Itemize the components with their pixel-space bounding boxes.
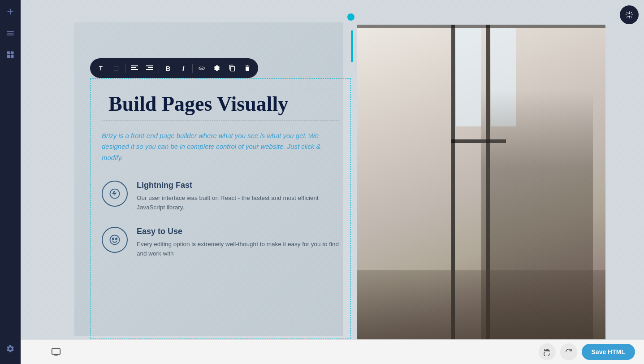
feature-1-title: Lightning Fast — [137, 181, 339, 190]
right-image-panel — [357, 25, 605, 339]
svg-rect-17 — [52, 349, 60, 355]
text-format-btn[interactable]: T — [94, 61, 108, 75]
add-icon[interactable] — [4, 5, 17, 18]
settings-options-btn[interactable] — [210, 61, 224, 75]
feature-2-desc: Every editing option is extremely well-t… — [137, 240, 339, 259]
feature-2-text: Easy to Use Every editing option is extr… — [137, 227, 339, 259]
undo-btn[interactable] — [539, 343, 556, 360]
content-container: Build Pages Visually Brizy is a front-en… — [90, 78, 351, 338]
settings-icon[interactable] — [4, 342, 17, 355]
global-settings-btn[interactable] — [620, 5, 639, 24]
svg-rect-3 — [11, 55, 14, 58]
layers-icon[interactable] — [4, 27, 17, 39]
bold-btn[interactable]: B — [161, 61, 175, 75]
preview-btn[interactable] — [48, 343, 65, 360]
window-top — [357, 25, 605, 28]
svg-point-13 — [112, 238, 114, 240]
delete-btn[interactable] — [240, 61, 255, 75]
italic-btn[interactable]: I — [176, 61, 190, 75]
svg-point-16 — [628, 16, 630, 17]
formatting-toolbar: T □ B I — [90, 58, 258, 78]
toolbar-divider-3 — [192, 64, 193, 73]
window-light-1 — [456, 28, 481, 126]
svg-point-14 — [116, 238, 117, 240]
svg-rect-8 — [148, 67, 153, 68]
box-format-btn[interactable]: □ — [109, 61, 123, 75]
toolbar-divider-1 — [125, 64, 125, 73]
left-sidebar — [0, 0, 21, 364]
svg-rect-4 — [131, 65, 138, 66]
feature-2-icon — [102, 227, 128, 253]
main-canvas: T □ B I Build Pages Visually — [21, 0, 644, 364]
svg-point-15 — [628, 13, 630, 14]
pages-icon[interactable] — [4, 48, 17, 61]
feature-item-1: Lightning Fast Our user interface was bu… — [102, 181, 339, 212]
svg-rect-6 — [131, 69, 138, 70]
feature-2-title: Easy to Use — [137, 227, 339, 236]
svg-rect-2 — [7, 55, 10, 58]
svg-rect-1 — [11, 52, 14, 55]
svg-rect-0 — [7, 52, 10, 55]
align-left-btn[interactable] — [127, 61, 142, 75]
svg-rect-9 — [146, 69, 153, 70]
main-heading: Build Pages Visually — [108, 93, 333, 116]
table-area — [357, 270, 605, 340]
toolbar-divider-2 — [159, 64, 159, 73]
feature-1-icon — [102, 181, 128, 207]
bottom-bar: Save HTML — [21, 339, 644, 364]
link-btn[interactable] — [194, 61, 209, 75]
svg-rect-5 — [131, 67, 136, 68]
heading-container[interactable]: Build Pages Visually — [102, 88, 339, 121]
svg-rect-7 — [146, 65, 153, 66]
redo-btn[interactable] — [560, 343, 577, 360]
save-html-btn[interactable]: Save HTML — [582, 344, 635, 360]
feature-item-2: Easy to Use Every editing option is extr… — [102, 227, 339, 259]
subtitle-text: Brizy is a front-end page builder where … — [102, 130, 339, 164]
feature-1-text: Lightning Fast Our user interface was bu… — [137, 181, 339, 212]
copy-btn[interactable] — [225, 61, 239, 75]
svg-point-12 — [110, 235, 120, 244]
blue-resize-bar[interactable] — [351, 30, 353, 62]
align-right-btn[interactable] — [143, 61, 157, 75]
drag-handle-top[interactable] — [347, 13, 354, 21]
feature-1-desc: Our user interface was built on React - … — [137, 194, 339, 212]
